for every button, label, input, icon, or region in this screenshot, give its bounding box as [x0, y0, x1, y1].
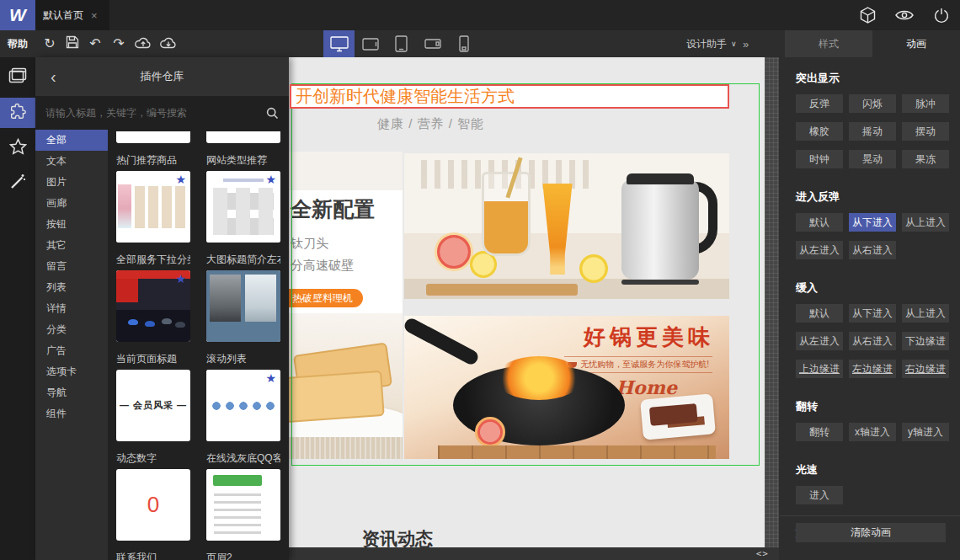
plugin-card[interactable]: 热门推荐商品 ★ [116, 143, 190, 243]
category-item[interactable]: 全部 [35, 130, 108, 151]
toast-image[interactable] [289, 313, 403, 459]
redo-icon[interactable]: ↷ [111, 31, 126, 56]
cloud-download-icon[interactable] [160, 36, 177, 52]
animation-button[interactable]: 从下进入 [849, 304, 896, 323]
undo-icon[interactable]: ↶ [88, 31, 103, 56]
category-item[interactable]: 图片 [35, 172, 108, 193]
clear-animation-button[interactable]: 清除动画 [796, 523, 946, 542]
plugin-card-thumbnail[interactable]: ★ [206, 171, 280, 243]
category-item[interactable]: 按钮 [35, 214, 108, 235]
animation-button[interactable]: 从左进入 [796, 332, 843, 350]
plugin-card[interactable]: 动态数字 0 [116, 441, 190, 541]
sidebar-pages-button[interactable] [0, 62, 35, 93]
animation-button[interactable]: 从上进入 [902, 213, 949, 232]
animation-button[interactable]: 脉冲 [902, 94, 949, 113]
kettle-banner-image[interactable] [404, 153, 729, 299]
category-item[interactable]: 分类 [35, 319, 108, 340]
sidebar-tools-button[interactable] [0, 168, 35, 199]
design-canvas[interactable]: 开创新时代健康智能生活方式 健康 / 营养 / 智能 全新配置 钛刀头 分高速破… [289, 57, 765, 547]
category-item[interactable]: 列表 [35, 277, 108, 298]
plugin-card[interactable]: 在线浅灰底QQ客服 [206, 441, 280, 541]
plugin-card-thumbnail[interactable]: ★ [116, 270, 190, 342]
animation-button[interactable]: x轴进入 [849, 423, 896, 441]
animation-button[interactable]: 晃动 [849, 150, 896, 168]
canvas-scrollbar[interactable] [765, 57, 779, 547]
animation-button[interactable]: 默认 [796, 304, 843, 323]
category-item[interactable]: 留言 [35, 256, 108, 277]
sidebar-plugins-button[interactable] [0, 98, 35, 128]
plugin-card-partial[interactable] [206, 131, 280, 143]
animation-button[interactable]: 闪烁 [849, 94, 896, 113]
help-button[interactable]: 帮助 [0, 30, 35, 57]
promo-button[interactable]: 热破壁料理机 [289, 289, 363, 307]
save-icon[interactable] [66, 35, 79, 52]
plugin-card-thumbnail[interactable]: 0 [116, 469, 190, 541]
power-icon[interactable] [923, 0, 960, 30]
wok-banner-image[interactable]: 好锅更美味 无忧购物，至诚服务为你保驾护航! Warm Home [404, 316, 729, 459]
back-icon[interactable]: ‹ [51, 57, 56, 96]
cloud-upload-icon[interactable] [135, 36, 152, 52]
category-item[interactable]: 广告 [35, 340, 108, 361]
plugin-card[interactable]: 当前页面标题 — 会员风采 — [116, 342, 190, 441]
category-item[interactable]: 选项卡 [35, 361, 108, 382]
plugin-card[interactable]: 页眉2 [206, 541, 280, 560]
animation-button[interactable]: 进入 [796, 486, 843, 504]
plugin-card[interactable]: 网站类型推荐 ★ [206, 143, 280, 243]
device-phone-landscape-button[interactable] [417, 30, 448, 57]
animation-button[interactable]: y轴进入 [902, 423, 949, 441]
animation-button[interactable]: 从右进入 [849, 332, 896, 350]
device-phone-portrait-button[interactable] [448, 30, 479, 57]
sidebar-favorites-button[interactable] [0, 133, 35, 163]
plugin-card[interactable]: 大图标题简介左右切... [206, 243, 280, 342]
animation-button[interactable]: 左边缘进 [849, 360, 896, 378]
promo-card[interactable]: 全新配置 钛刀头 分高速破壁 热破壁料理机 [289, 152, 403, 313]
animation-button[interactable]: 果冻 [902, 150, 949, 168]
category-item[interactable]: 组件 [35, 403, 108, 424]
category-item[interactable]: 文本 [35, 151, 108, 172]
category-item[interactable]: 导航 [35, 382, 108, 403]
search-icon[interactable] [255, 107, 289, 120]
design-assistant-dropdown[interactable]: 设计助手 ∨ [686, 30, 737, 57]
collapse-panel-icon[interactable]: » [743, 30, 749, 57]
plugin-card-thumbnail[interactable]: — 会员风采 — [116, 370, 190, 441]
animation-button[interactable]: 橡胶 [796, 122, 843, 141]
animation-button[interactable]: 下边缘进 [902, 332, 949, 350]
close-tab-icon[interactable]: × [91, 9, 98, 22]
plugin-search-input[interactable] [35, 107, 255, 119]
plugin-card-thumbnail[interactable] [206, 469, 280, 541]
plugin-card[interactable]: 全部服务下拉分类带... ★ [116, 243, 190, 342]
plugin-card-thumbnail[interactable]: ★ [206, 370, 280, 441]
animation-button[interactable]: 从上进入 [902, 304, 949, 323]
animation-button[interactable]: 翻转 [796, 423, 843, 441]
animation-button[interactable]: 从右进入 [849, 241, 896, 259]
device-tablet-landscape-button[interactable] [355, 30, 386, 57]
plugin-card-thumbnail[interactable]: ★ [116, 171, 190, 243]
tab-animation[interactable]: 动画 [872, 30, 960, 57]
animation-button[interactable]: 摆动 [902, 122, 949, 141]
hero-subtitle[interactable]: 健康 / 营养 / 智能 [377, 116, 484, 132]
code-view-icon[interactable]: <> [756, 547, 769, 560]
animation-button[interactable]: 从左进入 [796, 241, 843, 259]
tab-style[interactable]: 样式 [785, 30, 872, 57]
plugin-card[interactable]: 联系我们 [116, 541, 190, 560]
animation-button[interactable]: 右边缘进 [902, 360, 949, 378]
animation-button[interactable]: 摇动 [849, 122, 896, 141]
device-tablet-portrait-button[interactable] [386, 30, 417, 57]
category-item[interactable]: 详情 [35, 298, 108, 319]
selected-title-element[interactable]: 开创新时代健康智能生活方式 [290, 84, 729, 109]
eye-icon[interactable] [886, 0, 923, 30]
device-desktop-button[interactable] [323, 30, 355, 57]
plugin-card-partial[interactable] [116, 131, 190, 143]
animation-button[interactable]: 反弹 [796, 94, 843, 113]
animation-button[interactable]: 从下进入 [849, 213, 896, 232]
plugin-card[interactable]: 滚动列表 ★ [206, 342, 280, 441]
animation-button[interactable]: 时钟 [796, 150, 843, 168]
animation-button[interactable]: 默认 [796, 213, 843, 232]
category-item[interactable]: 画廊 [35, 193, 108, 214]
animation-button[interactable]: 上边缘进 [796, 360, 843, 378]
plugin-card-thumbnail[interactable] [206, 270, 280, 342]
category-item[interactable]: 其它 [35, 235, 108, 256]
refresh-icon[interactable]: ↻ [42, 31, 57, 56]
cube-icon[interactable] [849, 0, 886, 30]
page-tab[interactable]: 默认首页 × [35, 0, 109, 30]
